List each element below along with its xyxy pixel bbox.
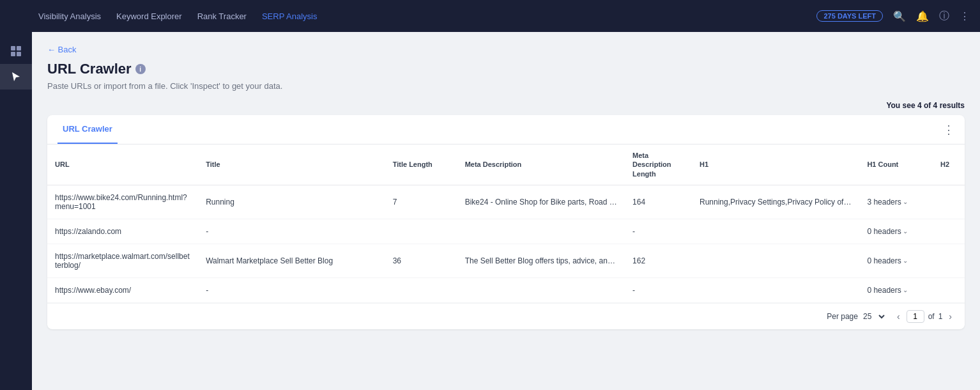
chevron-down-icon: ⌄ — [903, 198, 908, 205]
page-input[interactable] — [907, 310, 924, 323]
cell-meta-desc-length: - — [625, 219, 692, 244]
per-page-control: Per page 25 50 100 — [827, 311, 887, 322]
svg-rect-4 — [17, 52, 21, 56]
table-tab-row: URL Crawler ⋮ — [47, 115, 965, 144]
page-total: 1 — [938, 312, 943, 321]
svg-rect-3 — [11, 52, 15, 56]
headers-badge[interactable]: 0 headers ⌄ — [867, 227, 925, 236]
chevron-down-icon: ⌄ — [903, 257, 908, 264]
cell-title: - — [198, 277, 385, 302]
days-left-badge: 275 DAYS LEFT — [816, 10, 883, 22]
col-url: URL — [47, 144, 198, 185]
main-content: ← Back URL Crawler i Paste URLs or impor… — [32, 32, 980, 390]
pagination-bar: Per page 25 50 100 ‹ of 1 › — [47, 303, 965, 329]
svg-rect-1 — [11, 46, 15, 51]
nav-keyword-explorer[interactable]: Keyword Explorer — [116, 12, 182, 21]
nav-items: Visibility Analysis Keyword Explorer Ran… — [38, 12, 816, 21]
nav-serp-analysis[interactable]: SERP Analysis — [262, 12, 317, 21]
cell-meta-desc — [457, 219, 625, 244]
cell-title-length — [385, 219, 457, 244]
table-options-button[interactable]: ⋮ — [943, 123, 954, 137]
table-row: https://www.bike24.com/Running.html?menu… — [47, 185, 965, 219]
table-row: https://zalando.com--0 headers ⌄ — [47, 219, 965, 244]
topbar: Visibility Analysis Keyword Explorer Ran… — [0, 0, 980, 32]
cell-meta-desc — [457, 277, 625, 302]
col-h1-count: H1 Count — [859, 144, 933, 185]
chevron-down-icon: ⌄ — [903, 286, 908, 293]
headers-badge[interactable]: 0 headers ⌄ — [867, 286, 925, 295]
nav-rank-tracker[interactable]: Rank Tracker — [197, 12, 247, 21]
cell-meta-desc-length: 162 — [625, 244, 692, 277]
cell-title: Running — [198, 185, 385, 219]
cell-title-length: 7 — [385, 185, 457, 219]
col-meta-desc-length: Meta Description Length — [625, 144, 692, 185]
apps-icon[interactable]: ⋮ — [960, 10, 970, 22]
tab-url-crawler[interactable]: URL Crawler — [57, 115, 118, 144]
col-h2: H2 — [933, 144, 965, 185]
sidebar-cursor-icon[interactable] — [0, 64, 32, 90]
cell-h1-count[interactable]: 0 headers ⌄ — [859, 277, 933, 302]
per-page-select[interactable]: 25 50 100 — [861, 311, 887, 322]
cell-h1: Running,Privacy Settings,Privacy Policy … — [692, 185, 859, 219]
cell-title: Walmart Marketplace Sell Better Blog — [198, 244, 385, 277]
cell-title-length: 36 — [385, 244, 457, 277]
per-page-label: Per page — [827, 312, 858, 321]
cell-h2 — [933, 277, 965, 302]
cell-h1 — [692, 277, 859, 302]
cell-h1-count[interactable]: 0 headers ⌄ — [859, 219, 933, 244]
headers-badge[interactable]: 0 headers ⌄ — [867, 256, 925, 265]
cell-title-length — [385, 277, 457, 302]
help-icon[interactable]: ⓘ — [939, 10, 949, 23]
cell-h1-count[interactable]: 3 headers ⌄ — [859, 185, 933, 219]
cell-h2 — [933, 185, 965, 219]
results-count: You see 4 of 4 results — [47, 101, 965, 110]
page-subtitle: Paste URLs or import from a file. Click … — [47, 81, 965, 91]
cell-title: - — [198, 219, 385, 244]
topbar-right: 275 DAYS LEFT 🔍 🔔 ⓘ ⋮ — [816, 10, 970, 23]
bell-icon[interactable]: 🔔 — [916, 10, 929, 22]
table-header-row: URL Title Title Length Meta Description … — [47, 144, 965, 185]
cell-h2 — [933, 219, 965, 244]
page-of-label: of — [928, 312, 935, 321]
cell-h1 — [692, 219, 859, 244]
col-meta-desc: Meta Description — [457, 144, 625, 185]
chevron-down-icon: ⌄ — [903, 228, 908, 235]
data-table: URL Title Title Length Meta Description … — [47, 144, 965, 303]
col-h1: H1 — [692, 144, 859, 185]
nav-visibility-analysis[interactable]: Visibility Analysis — [38, 12, 101, 21]
headers-badge[interactable]: 3 headers ⌄ — [867, 198, 925, 207]
page-navigation: ‹ of 1 › — [894, 310, 954, 323]
next-page-button[interactable]: › — [946, 310, 954, 323]
cell-h1-count[interactable]: 0 headers ⌄ — [859, 244, 933, 277]
cell-meta-desc-length: 164 — [625, 185, 692, 219]
col-title-length: Title Length — [385, 144, 457, 185]
table-row: https://marketplace.walmart.com/sellbett… — [47, 244, 965, 277]
cell-url[interactable]: https://zalando.com — [47, 219, 198, 244]
cell-url[interactable]: https://www.ebay.com/ — [47, 277, 198, 302]
cell-meta-desc: The Sell Better Blog offers tips, advice… — [457, 244, 625, 277]
table-row: https://www.ebay.com/--0 headers ⌄ — [47, 277, 965, 302]
prev-page-button[interactable]: ‹ — [894, 310, 903, 323]
table-scroll-container[interactable]: URL Title Title Length Meta Description … — [47, 144, 965, 303]
sidebar-grid-icon[interactable] — [0, 38, 32, 64]
cell-h2 — [933, 244, 965, 277]
cell-meta-desc-length: - — [625, 277, 692, 302]
sidebar — [0, 0, 32, 390]
cell-meta-desc: Bike24 - Online Shop for Bike parts, Roa… — [457, 185, 625, 219]
table-card: URL Crawler ⋮ URL Title Title Length Met… — [47, 115, 965, 329]
svg-rect-2 — [17, 46, 21, 51]
col-title: Title — [198, 144, 385, 185]
cell-h1 — [692, 244, 859, 277]
search-icon[interactable]: 🔍 — [893, 10, 906, 22]
page-title: URL Crawler i — [47, 61, 965, 77]
cell-url[interactable]: https://marketplace.walmart.com/sellbett… — [47, 244, 198, 277]
back-link[interactable]: ← Back — [47, 45, 965, 54]
title-info-icon[interactable]: i — [135, 64, 146, 74]
cell-url[interactable]: https://www.bike24.com/Running.html?menu… — [47, 185, 198, 219]
